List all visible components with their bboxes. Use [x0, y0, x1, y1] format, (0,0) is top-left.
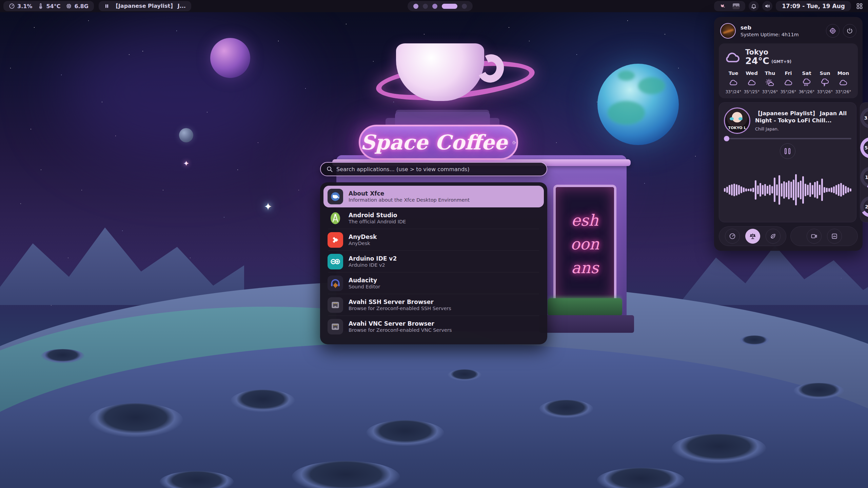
app-desc: The official Android IDE	[349, 219, 406, 224]
balanced-mode-button[interactable]	[745, 229, 760, 244]
app-row-about-xfce[interactable]: About Xfce Information about the Xfce De…	[323, 186, 544, 207]
cafe-steps	[539, 315, 634, 333]
uptime-label: System Uptime: 4h11m	[741, 32, 799, 37]
bright-star: ✦	[183, 159, 189, 168]
cpu-gauge: 3.1%	[860, 107, 868, 128]
bell-icon	[751, 3, 757, 9]
cloud-icon	[838, 79, 848, 87]
settings-button[interactable]	[826, 24, 840, 38]
audio-visualizer	[724, 162, 851, 217]
app-title: About Xfce	[349, 191, 470, 197]
forecast-day: Fri 35°/26°	[779, 70, 797, 94]
workspace-dot-3[interactable]	[432, 4, 437, 9]
app-title: AnyDesk	[349, 234, 377, 240]
crater	[366, 420, 444, 446]
workspace-dot-5[interactable]	[462, 4, 467, 9]
app-desc: Arduino IDE v2	[349, 263, 397, 268]
video-camera-icon	[811, 233, 817, 240]
search-input[interactable]	[336, 166, 541, 172]
app-row-anydesk[interactable]: AnyDesk AnyDesk	[323, 229, 544, 251]
cloud-icon	[747, 79, 757, 87]
launcher-search[interactable]	[320, 162, 547, 176]
leaf-icon	[770, 233, 776, 240]
launcher-results: About Xfce Information about the Xfce De…	[320, 182, 547, 344]
app-desc: AnyDesk	[349, 241, 377, 246]
purple-planet	[210, 38, 250, 78]
forecast-day: Tue 33°/24°	[724, 70, 743, 94]
performance-button[interactable]	[725, 229, 740, 244]
image-icon	[831, 233, 838, 240]
app-row-arduino[interactable]: Arduino IDE v2 Arduino IDE v2	[323, 251, 544, 272]
cafe-planter	[548, 298, 622, 316]
user-card: seb System Uptime: 4h11m	[719, 22, 858, 39]
screen-record-button[interactable]	[807, 229, 822, 244]
progress-bar[interactable]	[724, 138, 851, 139]
window-neon-text: ans	[571, 259, 599, 277]
app-title: Avahi VNC Server Browser	[349, 321, 452, 327]
power-icon	[846, 27, 853, 34]
forecast-row: Tue 33°/24° Wed 35°/25° Thu 33°/26° Fri …	[724, 70, 852, 94]
app-title: Avahi SSH Server Browser	[349, 299, 451, 305]
app-row-android-studio[interactable]: Android Studio The official Android IDE	[323, 207, 544, 229]
tray-pill	[714, 1, 745, 11]
bright-star: ✦	[264, 201, 272, 212]
top-bar: 3.1% 54°C 6.8G 【Japanese Playlist】 J...	[0, 0, 868, 12]
workspace-indicator	[408, 1, 473, 11]
search-icon	[326, 166, 333, 172]
app-desc: Information about the Xfce Desktop Envir…	[349, 198, 470, 203]
powersave-mode-button[interactable]	[766, 229, 781, 244]
app-desc: Sound Editor	[349, 284, 380, 289]
window-neon-text: esh	[571, 211, 598, 229]
forecast-day: Sat 36°/26°	[797, 70, 816, 94]
workspace-dot-4-active[interactable]	[442, 4, 457, 9]
workspace-dot-2[interactable]	[423, 4, 428, 9]
disk-gauge: 24%	[860, 196, 868, 217]
weather-temp: 24°C	[745, 56, 769, 66]
anydesk-icon	[328, 232, 343, 248]
cafe-window: esh oon ans	[553, 185, 616, 303]
temp-stat: 54°C	[38, 3, 60, 9]
app-row-audacity[interactable]: Audacity Sound Editor	[323, 272, 544, 294]
crater	[739, 336, 770, 346]
arduino-icon	[328, 254, 343, 269]
small-moon	[179, 128, 193, 142]
cloud-icon	[783, 79, 793, 87]
now-playing-pill[interactable]: 【Japanese Playlist】 J...	[99, 1, 191, 11]
thermometer-icon	[38, 3, 44, 9]
music-player-widget: TOKYO L 【Japanese Playlist】 Japan All Ni…	[719, 102, 856, 222]
screenshot-button[interactable]	[827, 229, 842, 244]
memory-gauge: 14%	[860, 167, 868, 188]
app-title: Audacity	[349, 278, 380, 283]
cloud-icon	[724, 50, 741, 64]
pause-icon	[104, 3, 110, 9]
cat-icon[interactable]	[719, 3, 726, 9]
crater	[41, 349, 85, 363]
monitor-actions-pill	[719, 226, 786, 246]
workspace-dot-1[interactable]	[413, 4, 418, 9]
app-row-avahi-ssh[interactable]: Avahi SSH Server Browser Browse for Zero…	[323, 294, 544, 316]
notifications-button[interactable]	[749, 1, 759, 11]
forecast-day: Mon 33°/26°	[834, 70, 852, 94]
weather-city: Tokyo	[745, 48, 791, 56]
pause-button[interactable]	[780, 143, 795, 159]
system-gauges-widget: 3.1% 54°C 14% 24%	[860, 102, 868, 222]
xfce-icon	[328, 189, 343, 204]
wallpaper-icon[interactable]	[732, 3, 740, 9]
speedometer-icon	[9, 3, 15, 9]
earth-planet	[597, 64, 679, 145]
cloud-icon	[728, 79, 738, 87]
neon-sign-text: Space Coffee	[360, 130, 507, 154]
track-title: 【Japanese Playlist】 Japan All Night - To…	[755, 110, 851, 124]
memory-stat: 6.8G	[66, 3, 88, 9]
rain-icon	[802, 79, 812, 87]
clock-pill[interactable]: 17:09 - Tue, 19 Aug	[776, 1, 851, 11]
mountains	[0, 217, 244, 305]
top-bar-right: 17:09 - Tue, 19 Aug	[714, 1, 865, 11]
dashboard-button[interactable]	[854, 1, 865, 11]
album-art-text: TOKYO L	[725, 126, 749, 130]
power-button[interactable]	[843, 24, 856, 38]
crater	[539, 400, 593, 418]
volume-button[interactable]	[762, 1, 772, 11]
progress-handle[interactable]	[724, 136, 729, 141]
app-row-avahi-vnc[interactable]: Avahi VNC Server Browser Browse for Zero…	[323, 316, 544, 338]
